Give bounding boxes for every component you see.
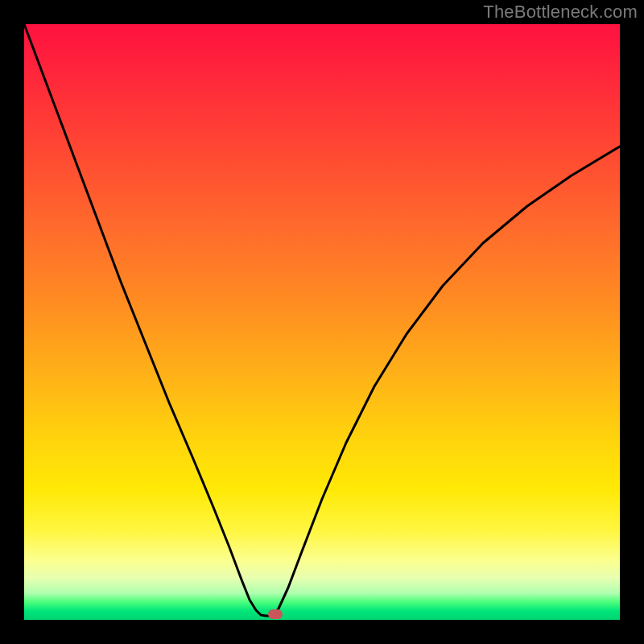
optimum-marker bbox=[268, 609, 283, 619]
bottleneck-curve bbox=[24, 24, 620, 620]
chart-frame bbox=[24, 24, 620, 620]
watermark-text: TheBottleneck.com bbox=[483, 2, 638, 23]
